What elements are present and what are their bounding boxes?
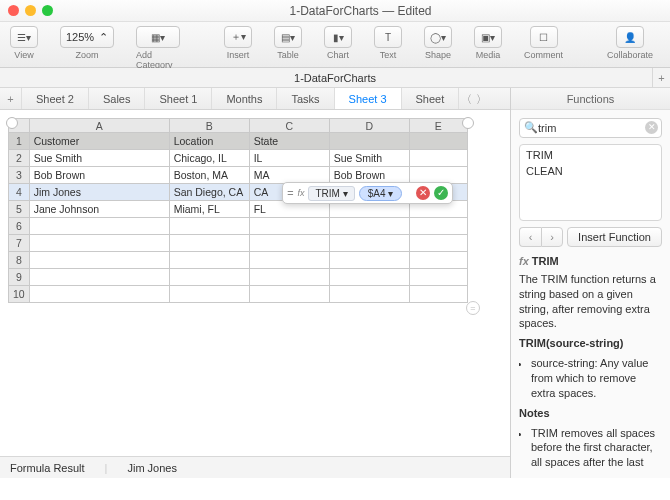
doc-fn-title: TRIM — [532, 255, 559, 267]
add-column-icon[interactable] — [462, 117, 474, 129]
zoom-select[interactable]: 125%⌃ — [60, 26, 114, 48]
clear-search-icon[interactable]: ✕ — [645, 121, 658, 134]
view-button[interactable]: ☰▾ — [10, 26, 38, 48]
sheet-tab[interactable]: Sales — [89, 88, 146, 109]
media-button[interactable]: ▣▾ — [474, 26, 502, 48]
formula-accept-icon[interactable]: ✓ — [434, 186, 448, 200]
addcategory-button[interactable]: ▦▾ — [136, 26, 180, 48]
function-search-input[interactable] — [519, 118, 662, 138]
doc-fwd-button[interactable]: › — [541, 227, 563, 247]
table-button[interactable]: ▤▾ — [274, 26, 302, 48]
view-label: View — [14, 50, 33, 60]
doc-arg: source-string: Any value from which to r… — [531, 356, 662, 401]
titlebar: 1-DataForCharts — Edited — [0, 0, 670, 22]
close-icon[interactable] — [8, 5, 19, 16]
status-bar: Formula Result | Jim Jones — [0, 456, 510, 478]
functions-panel: Functions 🔍 ✕ TRIM CLEAN ‹ › Insert Func… — [510, 88, 670, 478]
add-sheet-button[interactable]: + — [0, 88, 22, 109]
formula-argument[interactable]: $A4 ▾ — [359, 186, 403, 201]
sheet-tab[interactable]: Months — [212, 88, 277, 109]
table-row[interactable]: 2Sue SmithChicago, ILILSue Smith — [9, 150, 468, 167]
text-button[interactable]: T — [374, 26, 402, 48]
function-item[interactable]: CLEAN — [522, 163, 659, 179]
formula-cancel-icon[interactable]: ✕ — [416, 186, 430, 200]
doc-description: The TRIM function returns a string based… — [519, 272, 662, 331]
spreadsheet-table[interactable]: ABCDE 1CustomerLocationState 2Sue SmithC… — [8, 118, 468, 303]
tabs-scroll-right[interactable]: 〉 — [474, 88, 489, 109]
formula-result-value: Jim Jones — [127, 462, 177, 474]
minimize-icon[interactable] — [25, 5, 36, 16]
doc-subtitle: 1-DataForCharts + — [0, 68, 670, 88]
insert-button[interactable]: ＋▾ — [224, 26, 252, 48]
function-item[interactable]: TRIM — [522, 147, 659, 163]
zoom-label: Zoom — [75, 50, 98, 60]
toolbar: ☰▾ View 125%⌃ Zoom ▦▾ Add Category ＋▾Ins… — [0, 22, 670, 68]
insert-function-button[interactable]: Insert Function — [567, 227, 662, 247]
table-end-handle[interactable]: = — [466, 301, 480, 315]
search-icon: 🔍 — [524, 121, 538, 134]
table-row[interactable]: 7 — [9, 235, 468, 252]
sheet-tab[interactable]: Sheet — [402, 88, 460, 109]
function-results[interactable]: TRIM CLEAN — [519, 144, 662, 221]
comment-button[interactable]: ☐ — [530, 26, 558, 48]
table-row[interactable]: 9 — [9, 269, 468, 286]
sheet-tab[interactable]: Tasks — [277, 88, 334, 109]
doc-back-button[interactable]: ‹ — [519, 227, 541, 247]
formula-function[interactable]: TRIM ▾ — [308, 186, 354, 201]
formula-result-label: Formula Result — [10, 462, 85, 474]
panel-title: Functions — [511, 88, 670, 110]
shape-button[interactable]: ◯▾ — [424, 26, 452, 48]
sheet-tab[interactable]: Sheet 1 — [145, 88, 212, 109]
sheet-tab[interactable]: Sheet 3 — [335, 88, 402, 109]
add-panel-button[interactable]: + — [652, 68, 670, 88]
tabs-scroll-left[interactable]: 〈 — [459, 88, 474, 109]
add-row-col-icon[interactable] — [6, 117, 18, 129]
table-row[interactable]: 6 — [9, 218, 468, 235]
chart-button[interactable]: ▮▾ — [324, 26, 352, 48]
window-title: 1-DataForCharts — Edited — [59, 4, 662, 18]
sheet-tab[interactable]: Sheet 2 — [22, 88, 89, 109]
table-row[interactable]: 3Bob BrownBoston, MAMABob Brown — [9, 167, 468, 184]
doc-note: TRIM removes all spaces before the first… — [531, 426, 662, 470]
addcategory-label: Add Category — [136, 50, 180, 70]
fullscreen-icon[interactable] — [42, 5, 53, 16]
table-row[interactable]: 8 — [9, 252, 468, 269]
sheet-tabs: + Sheet 2SalesSheet 1MonthsTasksSheet 3S… — [0, 88, 510, 110]
collaborate-button[interactable]: 👤 — [616, 26, 644, 48]
formula-editor[interactable]: = fx TRIM ▾ $A4 ▾ ✕ ✓ — [282, 182, 453, 204]
table-row[interactable]: 10 — [9, 286, 468, 303]
